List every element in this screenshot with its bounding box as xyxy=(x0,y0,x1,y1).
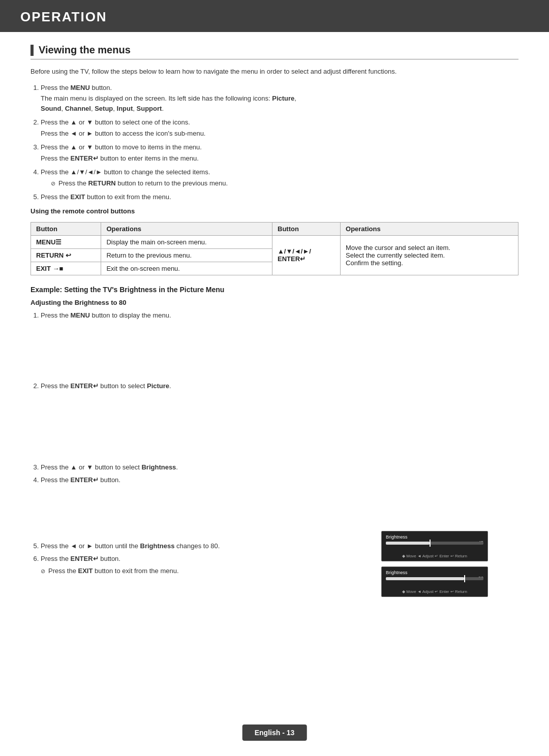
intro-paragraph: Before using the TV, follow the steps be… xyxy=(30,67,518,77)
button-menu: MENU☰ xyxy=(31,235,101,248)
col-header-btn2: Button xyxy=(272,222,341,235)
list-item: Press the ENTER↵ button to select Pictur… xyxy=(41,381,518,391)
button-return: RETURN ↩ xyxy=(31,248,101,262)
title-accent-bar xyxy=(30,45,34,56)
col-header-btn1: Button xyxy=(31,222,101,235)
ops-menu: Display the main on-screen menu. xyxy=(101,235,272,248)
ops-nav: Move the cursor and select an item. Sele… xyxy=(341,235,518,275)
list-item: Press the ▲ or ▼ button to select Bright… xyxy=(41,462,518,472)
example-steps-list: Press the MENU button to display the men… xyxy=(41,310,518,321)
note-text: Press the RETURN button to return to the… xyxy=(58,178,228,188)
screenshot2-hints: ◆ Move ◄ Adjust ↵ Enter ↩ Return xyxy=(382,589,487,594)
list-item: Press the MENU button. The main menu is … xyxy=(41,83,518,114)
example-title: Example: Setting the TV's Brightness in … xyxy=(30,286,518,294)
screenshot2-bar-fill xyxy=(386,577,464,580)
button-nav: ▲/▼/◄/►/ENTER↵ xyxy=(272,235,341,275)
step1-screenshot-space xyxy=(30,325,518,381)
list-item: Press the ▲ or ▼ button to move to items… xyxy=(41,142,518,163)
list-item: Press the MENU button to display the men… xyxy=(41,310,518,321)
list-item: Press the EXIT button to exit from the m… xyxy=(41,192,518,202)
table-header-row: Button Operations Button Operations xyxy=(31,222,518,235)
screenshot1-marker xyxy=(430,540,431,547)
step3-sub: Press the ENTER↵ button to enter items i… xyxy=(41,153,518,164)
steps-list: Press the MENU button. The main menu is … xyxy=(41,83,518,202)
page-title: OPERATION xyxy=(20,9,529,25)
tv-screenshots: Brightness 45 ◆ Move ◄ Adjust ↵ Enter ↩ … xyxy=(381,531,488,597)
button-exit: EXIT →■ xyxy=(31,262,101,275)
step4-note: ⊘ Press the RETURN button to return to t… xyxy=(51,178,518,188)
table-heading: Using the remote control buttons xyxy=(30,207,518,215)
footer: English - 13 xyxy=(0,632,549,652)
example-steps-list-3: Press the ▲ or ▼ button to select Bright… xyxy=(41,462,518,485)
list-item: Press the ▲ or ▼ button to select one of… xyxy=(41,117,518,138)
screenshot1-bar-fill xyxy=(386,542,430,545)
list-item: Press the ▲/▼/◄/► button to change the s… xyxy=(41,167,518,188)
step2-screenshot-space xyxy=(30,396,518,462)
step1-sub: The main menu is displayed on the screen… xyxy=(41,93,518,113)
page-header: OPERATION xyxy=(0,0,549,32)
operations-table: Button Operations Button Operations MENU… xyxy=(30,222,518,275)
screenshot2-marker xyxy=(464,575,465,582)
page-content: Viewing the menus Before using the TV, f… xyxy=(0,44,549,611)
col-header-ops2: Operations xyxy=(341,222,518,235)
step2-sub: Press the ◄ or ► button to access the ic… xyxy=(41,129,518,139)
ops-exit: Exit the on-screen menu. xyxy=(101,262,272,275)
table-row: MENU☰ Display the main on-screen menu. ▲… xyxy=(31,235,518,248)
screenshot1-hints: ◆ Move ◄ Adjust ↵ Enter ↩ Return xyxy=(382,554,487,558)
section-title-bar: Viewing the menus xyxy=(30,44,518,59)
example-steps-list-2: Press the ENTER↵ button to select Pictur… xyxy=(41,381,518,391)
adjusting-title: Adjusting the Brightness to 80 xyxy=(30,299,518,306)
note-text-2: Press the EXIT button to exit from the m… xyxy=(48,566,179,576)
screenshot2-bar-bg xyxy=(386,577,483,580)
tv-screenshot-1: Brightness 45 ◆ Move ◄ Adjust ↵ Enter ↩ … xyxy=(381,531,488,561)
col-header-ops1: Operations xyxy=(101,222,272,235)
section-heading: Viewing the menus xyxy=(39,44,131,56)
list-item: Press the ENTER↵ button. xyxy=(41,475,518,485)
page-indicator: English - 13 xyxy=(242,724,307,741)
note-icon: ⊘ xyxy=(51,179,55,188)
screenshot1-bar-bg xyxy=(386,542,483,545)
tv-screenshot-2: Brightness 80 ◆ Move ◄ Adjust ↵ Enter ↩ … xyxy=(381,566,488,597)
screenshot1-label: Brightness xyxy=(386,534,408,540)
note-icon-2: ⊘ xyxy=(41,567,45,576)
screenshot2-label: Brightness xyxy=(386,570,408,575)
steps56-container: Press the ◄ or ► button until the Bright… xyxy=(30,541,518,576)
ops-return: Return to the previous menu. xyxy=(101,248,272,262)
